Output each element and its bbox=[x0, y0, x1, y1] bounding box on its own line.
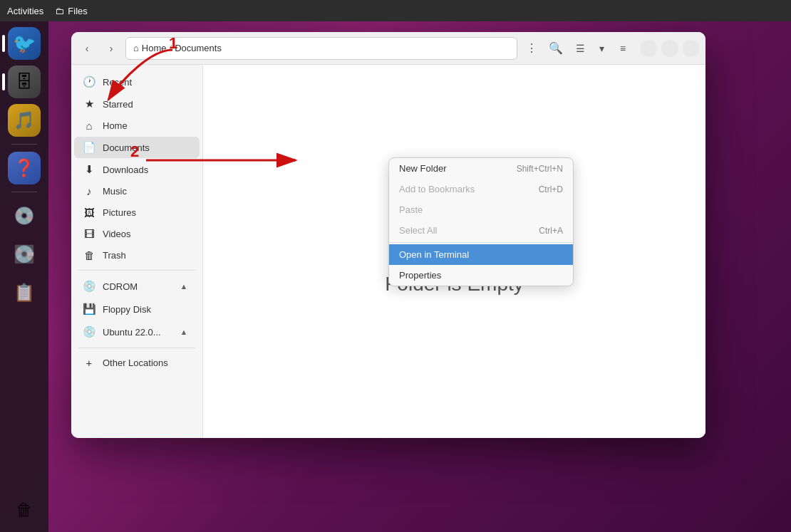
sidebar-item-downloads[interactable]: ⬇ Downloads bbox=[74, 159, 200, 180]
content-area[interactable]: 📁 Folder is Empty New Folder Shift+Ctrl+… bbox=[203, 65, 705, 438]
documents-icon: 📄 bbox=[83, 141, 95, 154]
sidebar-item-pictures[interactable]: 🖼 Pictures bbox=[74, 202, 200, 223]
ubuntu-eject-button[interactable]: ▲ bbox=[177, 325, 191, 339]
sidebar-item-starred[interactable]: ★ Starred bbox=[74, 93, 200, 115]
help-icon: ❓ bbox=[14, 158, 35, 178]
sidebar: 🕐 Recent ★ Starred ⌂ Home 📄 Documents ⬇ … bbox=[71, 65, 203, 438]
maximize-button[interactable]: □ bbox=[661, 40, 678, 57]
ctx-select-all[interactable]: Select All Ctrl+A bbox=[389, 220, 573, 241]
files-icon: 🗄 bbox=[16, 72, 33, 92]
starred-icon: ★ bbox=[83, 98, 95, 110]
compact-view-button[interactable]: ≡ bbox=[613, 38, 633, 58]
sidebar-label-other: Other Locations bbox=[103, 358, 168, 368]
sidebar-item-recent[interactable]: 🕐 Recent bbox=[74, 71, 200, 93]
home-sidebar-icon: ⌂ bbox=[83, 120, 95, 132]
sidebar-item-home[interactable]: ⌂ Home bbox=[74, 115, 200, 136]
activities-label[interactable]: Activities bbox=[7, 6, 43, 16]
minimize-button[interactable]: – bbox=[640, 40, 657, 57]
sidebar-label-recent: Recent bbox=[103, 77, 132, 88]
taskbar: 🐦 🗄 🎵 ❓ 💿 💽 📋 🗑 bbox=[0, 21, 48, 532]
music-icon: ♪ bbox=[83, 185, 95, 197]
cdrom-eject-button[interactable]: ▲ bbox=[177, 279, 191, 293]
downloads-icon: ⬇ bbox=[83, 163, 95, 176]
breadcrumb-current[interactable]: Documents bbox=[175, 43, 222, 53]
ctx-properties[interactable]: Properties bbox=[389, 265, 573, 286]
sidebar-item-other-locations[interactable]: + Other Locations bbox=[74, 353, 200, 373]
home-icon: ⌂ bbox=[133, 43, 139, 53]
sidebar-label-starred: Starred bbox=[103, 99, 133, 110]
main-area: 🕐 Recent ★ Starred ⌂ Home 📄 Documents ⬇ … bbox=[71, 65, 705, 438]
ctx-select-all-shortcut: Ctrl+A bbox=[539, 226, 563, 236]
ctx-open-terminal[interactable]: Open in Terminal bbox=[389, 244, 573, 265]
sidebar-label-documents: Documents bbox=[103, 142, 150, 153]
files-menu[interactable]: 🗀 Files bbox=[55, 6, 87, 16]
sidebar-label-ubuntu: Ubuntu 22.0... bbox=[103, 327, 170, 338]
sidebar-item-ubuntu[interactable]: 💿 Ubuntu 22.0... ▲ bbox=[74, 320, 200, 343]
list-view-button[interactable]: ☰ bbox=[570, 38, 590, 58]
sidebar-label-music: Music bbox=[103, 186, 127, 197]
titlebar: ‹ › ⌂ Home / Documents ⋮ 🔍 ☰ ▾ ≡ – □ ✕ bbox=[71, 32, 705, 65]
top-bar: Activities 🗀 Files bbox=[0, 0, 791, 21]
view-dropdown-button[interactable]: ▾ bbox=[591, 38, 611, 58]
ctx-add-bookmark-shortcut: Ctrl+D bbox=[539, 184, 563, 194]
ctx-new-folder-label: New Folder bbox=[399, 163, 446, 174]
ctx-select-all-label: Select All bbox=[399, 225, 437, 236]
close-button[interactable]: ✕ bbox=[683, 40, 700, 57]
window-controls: – □ ✕ bbox=[640, 40, 700, 57]
taskbar-thunderbird[interactable]: 🐦 bbox=[8, 27, 41, 60]
taskbar-help[interactable]: ❓ bbox=[8, 152, 41, 184]
search-button[interactable]: 🔍 bbox=[546, 38, 566, 58]
files-menu-icon: 🗀 bbox=[55, 6, 64, 16]
sidebar-divider-2 bbox=[78, 348, 195, 348]
sidebar-item-trash[interactable]: 🗑 Trash bbox=[74, 245, 200, 266]
sidebar-label-downloads: Downloads bbox=[103, 165, 148, 175]
ubuntu-icon: 💿 bbox=[83, 325, 95, 338]
other-locations-icon: + bbox=[83, 357, 95, 369]
ctx-paste-label: Paste bbox=[399, 204, 423, 215]
ctx-new-folder[interactable]: New Folder Shift+Ctrl+N bbox=[389, 158, 573, 179]
taskbar-trash[interactable]: 🗑 bbox=[8, 494, 41, 526]
sidebar-label-home: Home bbox=[103, 120, 128, 131]
floppy-icon: 💾 bbox=[83, 303, 95, 315]
thunderbird-icon: 🐦 bbox=[13, 33, 36, 55]
sidebar-item-videos[interactable]: 🎞 Videos bbox=[74, 224, 200, 244]
taskbar-dvd[interactable]: 💽 bbox=[8, 238, 41, 271]
taskbar-optical[interactable]: 💿 bbox=[8, 199, 41, 232]
back-button[interactable]: ‹ bbox=[77, 38, 97, 58]
sidebar-item-floppy[interactable]: 💾 Floppy Disk bbox=[74, 298, 200, 320]
cdrom-icon: 💿 bbox=[83, 280, 95, 293]
taskbar-rhythmbox[interactable]: 🎵 bbox=[8, 104, 41, 137]
sidebar-item-music[interactable]: ♪ Music bbox=[74, 181, 200, 202]
titlebar-menu-button[interactable]: ⋮ bbox=[522, 38, 542, 58]
ctx-paste[interactable]: Paste bbox=[389, 199, 573, 220]
sidebar-label-cdrom: CDROM bbox=[103, 281, 170, 292]
taskbar-filemanager2[interactable]: 📋 bbox=[8, 276, 41, 309]
breadcrumb: ⌂ Home / Documents bbox=[125, 37, 517, 60]
context-menu: New Folder Shift+Ctrl+N Add to Bookmarks… bbox=[388, 157, 574, 286]
taskbar-divider-2 bbox=[11, 192, 37, 192]
sidebar-item-cdrom[interactable]: 💿 CDROM ▲ bbox=[74, 275, 200, 298]
ctx-add-bookmark[interactable]: Add to Bookmarks Ctrl+D bbox=[389, 179, 573, 199]
taskbar-files[interactable]: 🗄 bbox=[8, 66, 41, 98]
ctx-new-folder-shortcut: Shift+Ctrl+N bbox=[517, 164, 563, 174]
trash-sidebar-icon: 🗑 bbox=[83, 249, 95, 261]
file-manager-window: ‹ › ⌂ Home / Documents ⋮ 🔍 ☰ ▾ ≡ – □ ✕ 🕐… bbox=[71, 32, 705, 438]
optical-icon: 💿 bbox=[14, 206, 35, 226]
ctx-properties-label: Properties bbox=[399, 270, 441, 281]
sidebar-divider bbox=[78, 270, 195, 271]
breadcrumb-home[interactable]: Home bbox=[142, 43, 167, 53]
filemanager2-icon: 📋 bbox=[14, 283, 35, 303]
sidebar-label-floppy: Floppy Disk bbox=[103, 304, 191, 315]
sidebar-item-documents[interactable]: 📄 Documents bbox=[74, 137, 200, 158]
files-menu-label: Files bbox=[68, 6, 87, 16]
ctx-add-bookmark-label: Add to Bookmarks bbox=[399, 184, 475, 194]
forward-button[interactable]: › bbox=[101, 38, 121, 58]
ctx-open-terminal-label: Open in Terminal bbox=[399, 249, 469, 260]
sidebar-label-pictures: Pictures bbox=[103, 207, 136, 218]
pictures-icon: 🖼 bbox=[83, 207, 95, 219]
ctx-separator bbox=[389, 242, 573, 243]
taskbar-divider-1 bbox=[11, 144, 37, 145]
rhythmbox-icon: 🎵 bbox=[14, 110, 35, 130]
trash-taskbar-icon: 🗑 bbox=[16, 500, 33, 520]
view-buttons: ☰ ▾ ≡ bbox=[570, 38, 633, 58]
